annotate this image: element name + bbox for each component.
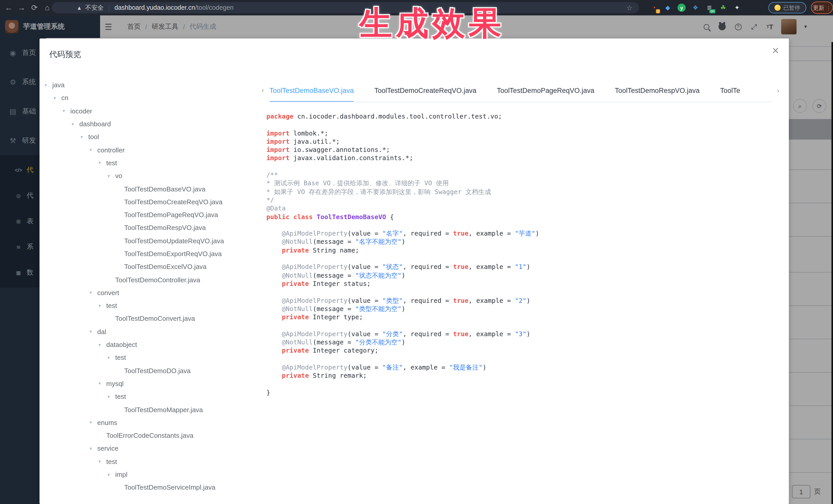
code-viewer: package cn.iocoder.dashboard.modules.too… <box>266 113 785 397</box>
reload-icon[interactable]: ⟳ <box>29 0 40 16</box>
tree-node-label: ToolTestDemoExcelVO.java <box>124 263 207 271</box>
caret-down-icon[interactable]: ▾ <box>90 290 97 295</box>
tab-ToolTestDemoPageReqVO.java[interactable]: ToolTestDemoPageReqVO.java <box>497 81 594 102</box>
tree-file-ToolTestDemoUpdateReqVO.java[interactable]: ToolTestDemoUpdateReqVO.java <box>40 234 264 247</box>
tree-file-ToolTestDemoController.java[interactable]: ToolTestDemoController.java <box>40 273 264 286</box>
browser-update-button[interactable]: 更新 ⋮ <box>811 2 833 14</box>
code-line: private String name; <box>266 246 785 255</box>
caret-down-icon[interactable]: ▾ <box>80 135 88 140</box>
extension-blue-grid-icon[interactable]: ❖ <box>691 4 699 12</box>
tree-file-ToolErrorCodeConstants.java[interactable]: ToolErrorCodeConstants.java <box>40 429 264 442</box>
tree-folder-vo[interactable]: ▾vo <box>40 169 264 183</box>
close-icon[interactable]: ✕ <box>770 46 781 56</box>
paused-extension-pill[interactable]: 已暂停 <box>768 2 806 13</box>
extension-sprout-icon[interactable]: ☘ <box>719 4 727 12</box>
caret-down-icon[interactable]: ▾ <box>98 160 106 166</box>
caret-down-icon[interactable]: ▾ <box>45 82 52 88</box>
tree-file-ToolTestDemoServiceImpl.java[interactable]: ToolTestDemoServiceImpl.java <box>40 481 264 494</box>
tree-file-ToolTestDemoExcelVO.java[interactable]: ToolTestDemoExcelVO.java <box>40 260 264 273</box>
tree-file-ToolTestDemoConvert.java[interactable]: ToolTestDemoConvert.java <box>40 312 264 326</box>
tree-folder-cn[interactable]: ▾cn <box>40 92 264 105</box>
tree-folder-dashboard[interactable]: ▾dashboard <box>40 118 264 130</box>
tree-file-ToolTestDemoDO.java[interactable]: ToolTestDemoDO.java <box>40 364 264 377</box>
tree-folder-test[interactable]: ▾test <box>40 157 264 170</box>
tree-file-ToolTestDemoRespVO.java[interactable]: ToolTestDemoRespVO.java <box>40 221 264 235</box>
tree-folder-mysql[interactable]: ▾mysql <box>40 377 264 390</box>
screen: ← → ⟳ ⌂ ▲ 不安全 | dashboard.yudao.iocoder.… <box>0 0 833 504</box>
code-line <box>266 288 785 296</box>
tree-folder-test[interactable]: ▾test <box>40 351 264 364</box>
forward-icon[interactable]: → <box>16 0 27 16</box>
code-line: private Integer category; <box>266 347 785 355</box>
caret-down-icon[interactable]: ▾ <box>98 303 106 308</box>
tab-ToolTestDemoBaseVO.java[interactable]: ToolTestDemoBaseVO.java <box>269 81 354 102</box>
tree-folder-controller[interactable]: ▾controller <box>40 143 264 157</box>
caret-down-icon[interactable]: ▾ <box>98 459 106 464</box>
tab-ToolTestDemoCreateReqVO.java[interactable]: ToolTestDemoCreateReqVO.java <box>375 81 477 102</box>
tree-folder-test[interactable]: ▾test <box>40 455 264 468</box>
tree-folder-dataobject[interactable]: ▾dataobject <box>40 338 264 351</box>
tree-folder-iocoder[interactable]: ▾iocoder <box>40 104 264 118</box>
extension-blue-gem-icon[interactable]: ◆ <box>664 4 672 12</box>
code-line: import lombok.*; <box>266 129 785 138</box>
caret-down-icon[interactable]: ▾ <box>90 420 97 425</box>
tree-node-label: ToolErrorCodeConstants.java <box>106 432 193 439</box>
extension-puzzle-icon[interactable]: ✦ <box>733 4 741 12</box>
extension-green-circle-icon[interactable]: y <box>677 4 686 12</box>
tab-ToolTestDemoRespVO.java[interactable]: ToolTestDemoRespVO.java <box>615 81 699 102</box>
tree-node-label: ToolTestDemoServiceImpl.java <box>124 484 215 491</box>
caret-down-icon[interactable]: ▾ <box>108 472 115 477</box>
tree-node-label: controller <box>97 146 125 154</box>
code-line: import java.util.*; <box>266 138 785 146</box>
code-line: @ApiModelProperty(value = "分类", required… <box>266 330 785 338</box>
caret-down-icon[interactable]: ▾ <box>90 147 97 152</box>
back-icon[interactable]: ← <box>3 0 15 16</box>
caret-down-icon[interactable]: ▾ <box>90 446 97 451</box>
caret-down-icon[interactable]: ▾ <box>72 121 79 126</box>
tree-file-ToolTestDemoBaseVO.java[interactable]: ToolTestDemoBaseVO.java <box>40 183 264 195</box>
tree-folder-impl[interactable]: ▾impl <box>40 468 264 481</box>
annotation-text: 生成效果 <box>359 1 505 46</box>
code-line: private String remark; <box>266 371 785 380</box>
tabs-scroll-right-icon[interactable]: › <box>775 87 782 94</box>
tree-folder-enums[interactable]: ▾enums <box>40 416 264 429</box>
caret-down-icon[interactable]: ▾ <box>90 329 97 334</box>
caret-down-icon[interactable]: ▾ <box>63 108 70 114</box>
tab-ToolTe[interactable]: ToolTe <box>720 81 740 102</box>
tree-file-ToolTestDemoMapper.java[interactable]: ToolTestDemoMapper.java <box>40 403 264 416</box>
tree-node-label: test <box>106 159 117 167</box>
tree-folder-test[interactable]: ▾test <box>40 390 264 403</box>
tree-folder-test[interactable]: ▾test <box>40 299 264 312</box>
file-tree: ▾java▾cn▾iocoder▾dashboard▾tool▾controll… <box>40 78 264 494</box>
tree-node-label: cn <box>61 94 68 102</box>
tree-folder-java[interactable]: ▾java <box>40 78 264 92</box>
tree-folder-service[interactable]: ▾service <box>40 442 264 455</box>
tree-file-ToolTestDemoExportReqVO.java[interactable]: ToolTestDemoExportReqVO.java <box>40 247 264 261</box>
extension-orange-ring-icon[interactable]: ◔1 <box>650 4 658 12</box>
extension-icons: ◔1◆y❖≣on☘✦ <box>650 0 741 16</box>
tree-node-label: vo <box>115 172 122 179</box>
tree-node-label: enums <box>97 419 117 427</box>
code-line <box>266 380 785 388</box>
caret-down-icon[interactable]: ▾ <box>98 342 106 347</box>
bookmark-star-icon[interactable]: ☆ <box>626 4 632 11</box>
tree-file-ToolTestDemoCreateReqVO.java[interactable]: ToolTestDemoCreateReqVO.java <box>40 195 264 208</box>
extension-orange-ring-icon-badge: 1 <box>656 9 660 13</box>
security-label: 不安全 <box>85 3 104 12</box>
browser-menu-icon[interactable]: ⋮ <box>826 5 831 10</box>
code-line: @NotNull(message = "名字不能为空") <box>266 238 785 246</box>
caret-down-icon[interactable]: ▾ <box>108 355 115 360</box>
caret-down-icon[interactable]: ▾ <box>98 381 106 386</box>
extension-list-icon[interactable]: ≣on <box>705 4 713 12</box>
caret-down-icon[interactable]: ▾ <box>108 173 115 178</box>
tree-folder-convert[interactable]: ▾convert <box>40 286 264 299</box>
tree-folder-tool[interactable]: ▾tool <box>40 130 264 143</box>
caret-down-icon[interactable]: ▾ <box>54 95 61 101</box>
tree-file-ToolTestDemoPageReqVO.java[interactable]: ToolTestDemoPageReqVO.java <box>40 208 264 221</box>
code-line: @ApiModelProperty(value = "类型", required… <box>266 296 785 305</box>
address-bar[interactable]: ▲ 不安全 | dashboard.yudao.iocoder.cn /tool… <box>52 2 639 13</box>
code-line: * 测试示例 Base VO，提供给添加、修改、详细的子 VO 使用 <box>266 179 785 188</box>
home-icon[interactable]: ⌂ <box>42 0 53 16</box>
caret-down-icon[interactable]: ▾ <box>108 394 115 399</box>
tree-folder-dal[interactable]: ▾dal <box>40 325 264 338</box>
